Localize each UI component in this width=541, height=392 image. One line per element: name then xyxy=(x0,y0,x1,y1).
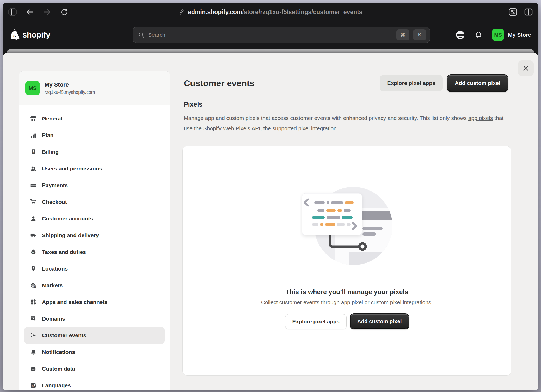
sidebar-item-label: Notifications xyxy=(42,349,75,355)
sidebar-item-markets[interactable]: Markets xyxy=(24,277,165,294)
sidebar-item-label: Users and permissions xyxy=(42,166,102,172)
sidebar-item-users-and-permissions[interactable]: Users and permissions xyxy=(24,160,165,177)
sidebar-item-notifications[interactable]: Notifications xyxy=(24,344,165,360)
sidebar-item-label: Custom data xyxy=(42,366,75,372)
sidebar-item-checkout[interactable]: Checkout xyxy=(24,194,165,210)
data-icon xyxy=(30,365,37,372)
forward-icon[interactable] xyxy=(42,7,52,17)
sidebar-item-label: Payments xyxy=(42,182,68,188)
settings-sidebar: MS My Store rzq1xu-f5.myshopify.com Gene… xyxy=(19,71,170,390)
sidebar-item-label: Taxes and duties xyxy=(42,249,86,255)
close-button[interactable] xyxy=(518,60,534,76)
sidebar-item-custom-data[interactable]: Custom data xyxy=(24,360,165,377)
url-path: /store/rzq1xu-f5/settings/customer_event… xyxy=(242,9,362,15)
link-icon xyxy=(179,9,185,15)
sidebar-item-label: Checkout xyxy=(42,199,67,205)
screenshot-root: admin.shopify.com/store/rzq1xu-f5/settin… xyxy=(0,0,541,392)
sidebar-item-customer-events[interactable]: Customer events xyxy=(24,327,165,344)
sidebar-item-domains[interactable]: Domains xyxy=(24,310,165,327)
sidebar-item-label: Domains xyxy=(42,316,65,322)
sidebar-item-label: Plan xyxy=(42,132,53,138)
notifications-bell-icon[interactable] xyxy=(474,31,483,39)
sidebar-item-label: Markets xyxy=(42,282,63,289)
store-icon xyxy=(30,115,37,122)
svg-text:S: S xyxy=(13,34,16,38)
sidebar-item-apps-and-sales-channels[interactable]: Apps and sales channels xyxy=(24,294,165,310)
pixels-section-heading: Pixels xyxy=(184,101,202,108)
billing-icon xyxy=(30,149,37,155)
apps-icon xyxy=(30,299,37,305)
admin-header: S shopify Search ⌘ K xyxy=(3,21,538,49)
sidebar-item-billing[interactable]: Billing xyxy=(24,144,165,160)
back-icon[interactable] xyxy=(25,7,34,17)
store-avatar: MS xyxy=(492,29,504,41)
account-store-name: My Store xyxy=(508,32,531,38)
sidebar-item-locations[interactable]: Locations xyxy=(24,260,165,277)
sidebar-item-taxes-and-duties[interactable]: Taxes and duties xyxy=(24,244,165,260)
sidebar-nav-list: GeneralPlanBillingUsers and permissionsP… xyxy=(19,105,170,390)
globe-icon xyxy=(30,282,37,289)
sidekick-icon[interactable] xyxy=(456,30,465,40)
pixels-section-description: Manage app and custom pixels that access… xyxy=(184,113,512,134)
shopify-logo[interactable]: S shopify xyxy=(10,29,50,40)
search-icon xyxy=(138,32,144,38)
shopify-bag-icon: S xyxy=(10,29,20,40)
sidebar-item-payments[interactable]: Payments xyxy=(24,177,165,194)
sidebar-toggle-icon[interactable] xyxy=(8,7,17,17)
browser-toolbar: admin.shopify.com/store/rzq1xu-f5/settin… xyxy=(3,3,538,21)
close-icon xyxy=(522,65,530,72)
empty-state-body: Collect customer events through app pixe… xyxy=(261,299,433,305)
bell-icon xyxy=(30,349,37,356)
sidebar-item-plan[interactable]: Plan xyxy=(24,127,165,144)
events-icon xyxy=(30,332,37,339)
page-title: Customer events xyxy=(184,78,254,88)
logo-wordmark: shopify xyxy=(22,30,50,40)
pixels-illustration xyxy=(300,185,394,266)
sidebar-item-label: Locations xyxy=(42,266,68,272)
sidebar-item-general[interactable]: General xyxy=(24,110,165,127)
cart-icon xyxy=(30,199,37,205)
reload-icon[interactable] xyxy=(59,7,69,17)
url-domain: admin.shopify.com xyxy=(188,9,242,15)
empty-explore-pixel-apps-button[interactable]: Explore pixel apps xyxy=(285,314,346,329)
pixels-empty-state-card: This is where you’ll manage your pixels … xyxy=(182,146,511,376)
empty-add-custom-pixel-button[interactable]: Add custom pixel xyxy=(351,314,409,329)
sidebar-store-domain: rzq1xu-f5.myshopify.com xyxy=(45,90,95,95)
app-pixels-link[interactable]: app pixels xyxy=(468,115,493,121)
kbd-cmd: ⌘ xyxy=(396,29,409,40)
sidebar-store-header: MS My Store rzq1xu-f5.myshopify.com xyxy=(19,71,170,105)
sidebar-item-label: General xyxy=(42,115,62,122)
lang-icon xyxy=(30,382,37,389)
sidebar-item-shipping-and-delivery[interactable]: Shipping and delivery xyxy=(24,227,165,244)
url-bar[interactable]: admin.shopify.com/store/rzq1xu-f5/settin… xyxy=(3,3,538,21)
description-text-1: Manage app and custom pixels that access… xyxy=(184,115,468,121)
explore-pixel-apps-button[interactable]: Explore pixel apps xyxy=(380,75,443,91)
settings-sheet: MS My Store rzq1xu-f5.myshopify.com Gene… xyxy=(3,53,538,390)
search-placeholder: Search xyxy=(148,32,393,38)
empty-state-heading: This is where you’ll manage your pixels xyxy=(286,288,408,296)
page-header: Customer events Explore pixel apps Add c… xyxy=(184,75,508,91)
sidebar-item-languages[interactable]: Languages xyxy=(24,377,165,390)
sidebar-item-label: Customer accounts xyxy=(42,216,93,222)
sidebar-store-avatar: MS xyxy=(25,81,40,95)
sidebar-item-label: Languages xyxy=(42,382,71,389)
taxes-icon xyxy=(30,249,37,255)
sidebar-store-name: My Store xyxy=(45,81,95,88)
sidebar-item-label: Shipping and delivery xyxy=(42,232,99,238)
search-input[interactable]: Search ⌘ K xyxy=(133,27,430,43)
tune-icon[interactable] xyxy=(508,7,518,17)
add-custom-pixel-button[interactable]: Add custom pixel xyxy=(447,75,508,91)
plan-icon xyxy=(30,132,37,139)
person-icon xyxy=(30,215,37,222)
kbd-k: K xyxy=(413,29,426,40)
users-icon xyxy=(30,165,37,172)
sidebar-item-label: Billing xyxy=(42,149,59,155)
pin-icon xyxy=(30,265,37,272)
account-menu[interactable]: MS My Store xyxy=(492,29,531,41)
split-view-icon[interactable] xyxy=(524,7,533,17)
domains-icon xyxy=(30,315,37,322)
browser-window: admin.shopify.com/store/rzq1xu-f5/settin… xyxy=(3,3,538,390)
sidebar-item-customer-accounts[interactable]: Customer accounts xyxy=(24,210,165,227)
truck-icon xyxy=(30,232,37,239)
sidebar-item-label: Customer events xyxy=(42,332,86,339)
